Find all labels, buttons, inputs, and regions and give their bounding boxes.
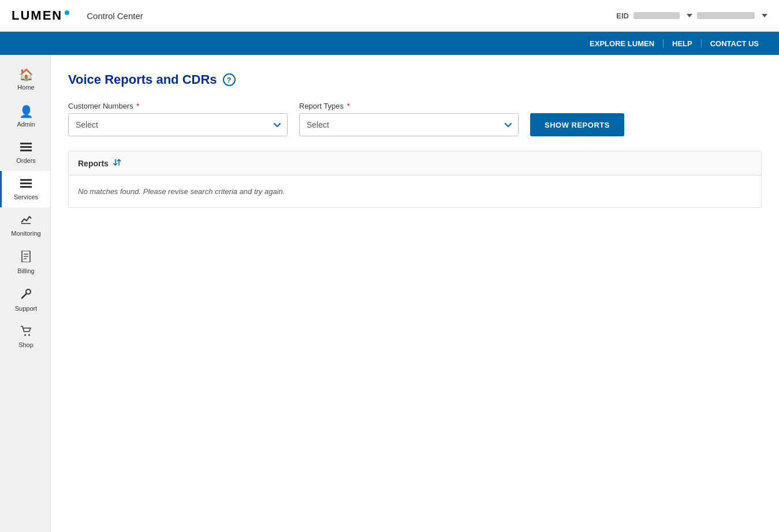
sidebar-label-orders: Orders — [16, 157, 36, 164]
page-title-row: Voice Reports and CDRs ? — [68, 72, 762, 87]
sidebar-item-monitoring[interactable]: Monitoring — [0, 207, 50, 244]
sidebar-label-admin: Admin — [17, 121, 35, 128]
svg-rect-0 — [20, 143, 32, 144]
no-matches-text: No matches found. Please revise search c… — [78, 187, 752, 196]
sidebar-label-home: Home — [17, 84, 34, 91]
svg-line-11 — [22, 293, 27, 298]
eid-label: EID — [616, 12, 629, 20]
services-icon — [20, 178, 32, 191]
logo-text: LUMEN — [12, 8, 62, 23]
user-value — [697, 12, 755, 19]
sidebar-item-home[interactable]: 🏠 Home — [0, 61, 50, 98]
admin-icon: 👤 — [19, 105, 33, 118]
customer-numbers-required: * — [135, 102, 140, 110]
top-header: LUMEN Control Center EID — [0, 0, 779, 32]
sidebar-item-orders[interactable]: Orders — [0, 135, 50, 171]
sidebar-item-admin[interactable]: 👤 Admin — [0, 98, 50, 135]
nav-contact-us[interactable]: CONTACT US — [702, 39, 767, 48]
orders-icon — [20, 142, 32, 155]
reports-body: No matches found. Please revise search c… — [69, 176, 761, 207]
nav-explore-lumen[interactable]: EXPLORE LUMEN — [581, 39, 664, 48]
report-types-required: * — [345, 102, 350, 110]
sidebar: 🏠 Home 👤 Admin Orders Services Monitorin… — [0, 55, 51, 532]
sidebar-item-shop[interactable]: Shop — [0, 319, 50, 355]
svg-point-14 — [28, 334, 30, 336]
billing-icon — [21, 251, 31, 265]
sidebar-label-billing: Billing — [17, 267, 34, 274]
svg-rect-2 — [20, 150, 32, 151]
home-icon: 🏠 — [19, 68, 33, 81]
nav-help[interactable]: HELP — [664, 39, 702, 48]
svg-rect-3 — [20, 179, 32, 181]
customer-numbers-select[interactable]: Select — [68, 113, 288, 136]
sidebar-label-support: Support — [15, 305, 38, 312]
svg-point-13 — [24, 334, 26, 336]
customer-numbers-group: Customer Numbers * Select — [68, 102, 288, 136]
svg-rect-1 — [20, 146, 32, 148]
svg-rect-4 — [20, 183, 32, 184]
nav-bar: EXPLORE LUMEN HELP CONTACT US — [0, 32, 779, 55]
reports-section: Reports No matches found. Please revise … — [68, 151, 762, 208]
logo: LUMEN — [12, 8, 69, 23]
sidebar-item-billing[interactable]: Billing — [0, 244, 50, 281]
main-layout: 🏠 Home 👤 Admin Orders Services Monitorin… — [0, 55, 779, 532]
shop-icon — [20, 326, 32, 339]
reports-header: Reports — [69, 151, 761, 176]
sidebar-item-support[interactable]: Support — [0, 281, 50, 319]
page-title: Voice Reports and CDRs — [68, 72, 217, 87]
content-area: Voice Reports and CDRs ? Customer Number… — [51, 55, 779, 532]
svg-point-12 — [26, 289, 31, 294]
header-right: EID — [616, 12, 767, 20]
eid-chevron-icon[interactable] — [687, 14, 692, 17]
eid-value — [633, 12, 680, 19]
form-row: Customer Numbers * Select Report Types * — [68, 102, 762, 136]
sidebar-item-services[interactable]: Services — [0, 171, 50, 207]
logo-dot — [65, 10, 69, 15]
report-types-group: Report Types * Select — [299, 102, 519, 136]
svg-rect-5 — [20, 186, 32, 188]
report-types-select-wrapper: Select — [299, 113, 519, 136]
reports-section-title: Reports — [78, 159, 109, 168]
sidebar-label-services: Services — [14, 194, 38, 200]
sidebar-label-shop: Shop — [18, 341, 33, 348]
customer-numbers-select-wrapper: Select — [68, 113, 288, 136]
app-title: Control Center — [87, 11, 143, 21]
monitoring-icon — [20, 214, 32, 228]
show-reports-button[interactable]: SHOW REPORTS — [530, 113, 624, 136]
support-icon — [20, 288, 32, 303]
report-types-select[interactable]: Select — [299, 113, 519, 136]
sort-icon — [113, 158, 121, 168]
sidebar-label-monitoring: Monitoring — [11, 230, 40, 237]
help-circle-icon[interactable]: ? — [223, 73, 236, 86]
report-types-label: Report Types * — [299, 102, 519, 110]
customer-numbers-label: Customer Numbers * — [68, 102, 288, 110]
user-chevron-icon[interactable] — [762, 14, 767, 17]
